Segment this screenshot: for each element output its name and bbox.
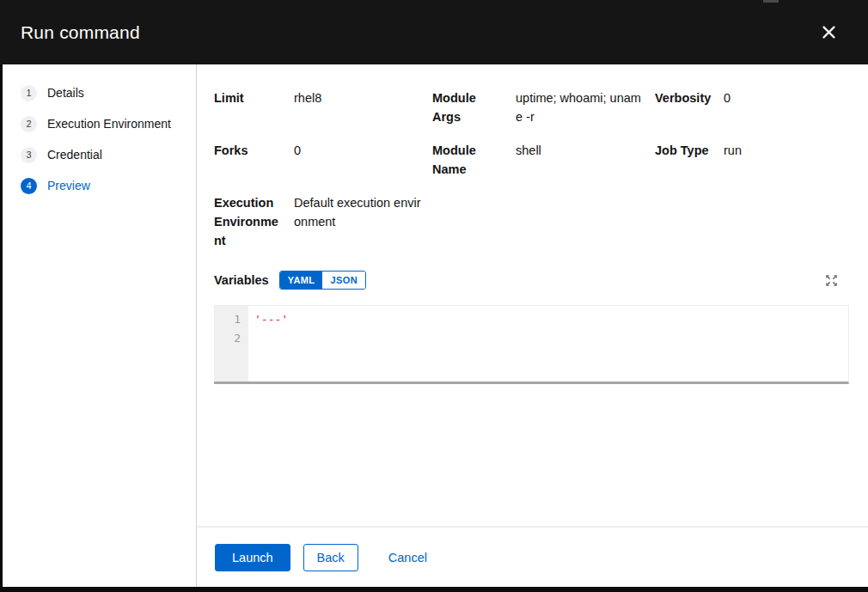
field-value: rhel8	[294, 88, 423, 107]
field-limit: Limit rhel8	[214, 88, 432, 126]
expand-arrows-icon	[825, 277, 838, 290]
modal-footer: Launch Back Cancel	[198, 526, 868, 587]
launch-button[interactable]: Launch	[215, 544, 290, 571]
line-number: 1	[214, 310, 248, 329]
wizard-step-credential[interactable]: 3 Credential	[3, 139, 196, 170]
detail-row: Execution Environment Default execution …	[214, 193, 849, 250]
field-label: Execution Environment	[214, 193, 283, 250]
backdrop-bottom-edge	[0, 587, 868, 592]
field-label: Verbosity	[655, 88, 715, 107]
wizard-step-preview[interactable]: 4 Preview	[3, 170, 196, 201]
variables-format-toggle: YAML JSON	[279, 271, 366, 290]
field-label: Job Type	[655, 141, 715, 160]
expand-editor-button[interactable]	[825, 274, 838, 287]
step-label: Details	[47, 86, 84, 100]
field-verbosity: Verbosity 0	[655, 88, 849, 126]
field-value: uptime; whoami; uname -r	[516, 88, 645, 126]
variables-label: Variables	[214, 273, 269, 287]
run-command-modal: Run command 1 Details 2 Execution Enviro…	[0, 0, 868, 592]
field-execution-environment: Execution Environment Default execution …	[214, 193, 432, 250]
backdrop-left-edge	[0, 64, 3, 592]
field-value: Default execution environment	[294, 193, 423, 231]
modal-header: Run command	[0, 0, 868, 64]
editor-code-area[interactable]: '---'	[248, 306, 848, 381]
detail-row: Forks 0 Module Name shell Job Type run	[214, 141, 849, 179]
step-number-badge: 2	[21, 116, 37, 132]
cancel-button[interactable]: Cancel	[382, 545, 434, 571]
field-label: Module Args	[432, 88, 494, 126]
field-module-name: Module Name shell	[432, 141, 655, 179]
step-label: Credential	[47, 148, 102, 162]
wizard-step-execution-environment[interactable]: 2 Execution Environment	[3, 108, 196, 139]
close-icon	[822, 28, 835, 41]
modal-title: Run command	[21, 22, 140, 43]
json-toggle-button[interactable]: JSON	[322, 272, 365, 289]
field-label: Module Name	[432, 141, 494, 179]
back-button[interactable]: Back	[303, 544, 358, 571]
detail-row: Limit rhel8 Module Args uptime; whoami; …	[214, 88, 849, 126]
step-number-badge: 1	[21, 85, 37, 101]
field-value: run	[724, 141, 849, 160]
step-label: Execution Environment	[47, 117, 171, 131]
yaml-toggle-button[interactable]: YAML	[280, 272, 323, 289]
field-value: 0	[294, 141, 423, 160]
field-job-type: Job Type run	[655, 141, 849, 179]
editor-gutter: 1 2	[214, 306, 248, 381]
step-number-badge: 4	[21, 178, 37, 194]
field-value: shell	[516, 141, 645, 160]
line-number: 2	[214, 329, 248, 348]
preview-pane: Limit rhel8 Module Args uptime; whoami; …	[198, 64, 868, 526]
code-line	[254, 329, 848, 348]
field-label: Limit	[214, 88, 283, 107]
variables-row: Variables YAML JSON	[214, 271, 849, 290]
code-line: '---'	[254, 310, 848, 329]
wizard-step-details[interactable]: 1 Details	[3, 77, 196, 108]
wizard-nav: 1 Details 2 Execution Environment 3 Cred…	[3, 64, 197, 587]
background-page-fragment	[763, 0, 779, 3]
field-module-args: Module Args uptime; whoami; uname -r	[432, 88, 655, 126]
field-label: Forks	[214, 141, 283, 160]
step-label: Preview	[47, 179, 90, 192]
variables-code-editor[interactable]: 1 2 '---'	[214, 305, 849, 384]
field-forks: Forks 0	[214, 141, 432, 179]
close-button[interactable]	[819, 22, 839, 42]
field-value: 0	[724, 88, 849, 107]
step-number-badge: 3	[21, 147, 37, 163]
